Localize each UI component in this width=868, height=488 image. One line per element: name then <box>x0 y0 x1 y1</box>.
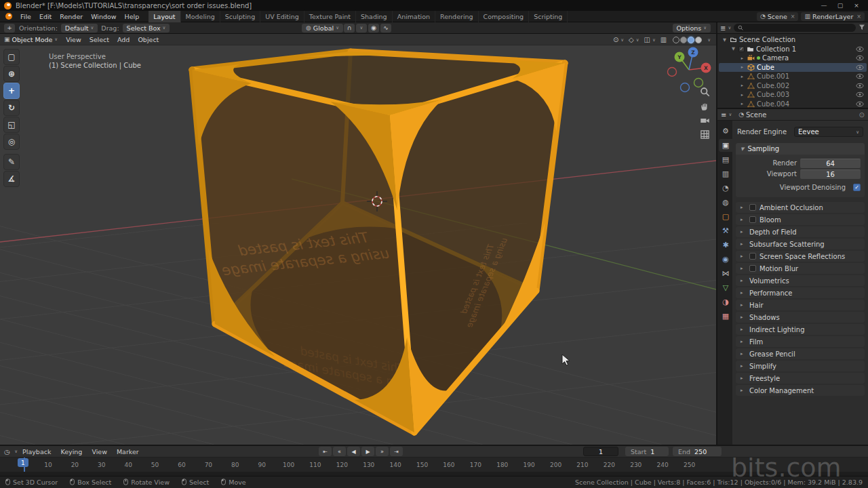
next-keyframe-button[interactable]: » <box>376 447 389 456</box>
timeline-menu-keying[interactable]: Keying <box>56 448 87 455</box>
move-tool-button[interactable]: + <box>3 83 20 99</box>
panel-freestyle[interactable]: ▸Freestyle <box>736 373 865 384</box>
orientation-dropdown[interactable]: Default ∨ <box>61 24 98 33</box>
panel-depth-of-field[interactable]: ▸Depth of Field <box>736 226 865 237</box>
panel-shadows[interactable]: ▸Shadows <box>736 312 865 323</box>
view-layer-selector[interactable]: ▥ RenderLayer × <box>801 12 865 21</box>
timeline-menu-playback[interactable]: Playback <box>18 448 56 455</box>
viewport-menu-view[interactable]: View <box>62 36 85 43</box>
outliner-row-cube-002[interactable]: ▸Cube.002 <box>719 81 867 91</box>
workspace-tab-uv-editing[interactable]: UV Editing <box>260 11 304 22</box>
visibility-eye-icon[interactable] <box>856 46 864 52</box>
snap-magnet-toggle[interactable]: ∩ <box>344 24 355 33</box>
visibility-eye-icon[interactable] <box>856 83 864 89</box>
play-reverse-button[interactable]: ◀ <box>347 447 360 456</box>
outliner-editor-icon[interactable]: ≣ <box>720 24 726 32</box>
visibility-eye-icon[interactable] <box>856 101 864 107</box>
properties-tab-constraints[interactable]: ⋈ <box>719 267 732 280</box>
panel-grease-pencil[interactable]: ▸Grease Pencil <box>736 348 865 359</box>
panel-simplify[interactable]: ▸Simplify <box>736 361 865 371</box>
menu-window[interactable]: Window <box>87 13 120 20</box>
properties-editor-icon[interactable]: ≡ <box>721 111 726 119</box>
panel-ambient-occlusion[interactable]: ▸Ambient Occlusion <box>736 202 865 213</box>
timeline-menu-view[interactable]: View <box>87 448 112 455</box>
blender-logo-icon[interactable] <box>4 12 14 20</box>
pan-hand-icon[interactable] <box>700 101 710 111</box>
snap-dropdown[interactable]: ∨ <box>356 24 367 33</box>
timeline-editor-icon[interactable]: ◷ <box>0 448 12 455</box>
pin-icon[interactable]: ⊙ <box>859 111 865 119</box>
properties-tab-particles[interactable]: ✱ <box>719 239 732 251</box>
ortho-toggle-icon[interactable] <box>700 129 710 140</box>
gizmos-toggle[interactable]: ◇∨ <box>627 36 640 43</box>
camera-view-icon[interactable] <box>700 115 710 125</box>
panel-hair[interactable]: ▸Hair <box>736 300 865 310</box>
workspace-tab-texture-paint[interactable]: Texture Paint <box>304 11 356 22</box>
scale-tool-button[interactable]: ◱ <box>3 117 20 133</box>
properties-tab-object[interactable]: ▢ <box>719 210 732 223</box>
frame-start-field[interactable]: Start 1 <box>625 447 669 456</box>
panel-subsurface-scattering[interactable]: ▸Subsurface Scattering <box>736 239 865 249</box>
panel-motion-blur[interactable]: ▸Motion Blur <box>736 263 865 274</box>
prev-keyframe-button[interactable]: « <box>333 447 346 456</box>
outliner-row-cube-003[interactable]: ▸Cube.003 <box>719 90 867 100</box>
properties-tab-output[interactable]: ▤ <box>719 153 732 166</box>
workspace-tab-layout[interactable]: Layout <box>149 11 180 22</box>
disclosure-right-icon[interactable]: ▸ <box>739 56 745 61</box>
panel-checkbox[interactable] <box>749 216 756 223</box>
disclosure-right-icon[interactable]: ▸ <box>739 92 745 98</box>
visibility-dropdown[interactable]: ⊙∨ <box>612 36 625 43</box>
properties-tab-view-layer[interactable]: ▥ <box>719 167 732 180</box>
annotate-tool-button[interactable]: ✎ <box>3 154 20 170</box>
options-dropdown[interactable]: Options ∨ <box>673 24 711 33</box>
current-frame-field[interactable]: 1 <box>583 447 618 456</box>
timeline-menu-marker[interactable]: Marker <box>112 448 144 455</box>
select-box-tool-button[interactable]: ▢ <box>3 49 20 65</box>
properties-tab-texture[interactable]: ▦ <box>719 310 732 323</box>
title-bar[interactable]: Blender* [F:\Models\TUTORIALS\transparen… <box>0 0 868 11</box>
workspace-tab-scripting[interactable]: Scripting <box>529 11 568 22</box>
shading-material-button[interactable] <box>688 37 694 43</box>
outliner-search-input[interactable] <box>734 24 856 32</box>
viewport-denoising-checkbox[interactable]: ✓ <box>853 184 861 191</box>
unlink-view-layer-icon[interactable]: × <box>856 14 861 20</box>
shading-dropdown[interactable]: ∨ <box>704 37 712 43</box>
panel-checkbox[interactable] <box>749 265 756 272</box>
xray-toggle[interactable]: ▥ <box>659 36 668 43</box>
panel-film[interactable]: ▸Film <box>736 336 865 347</box>
transform-orientation-dropdown[interactable]: ◍ Global ∨ <box>302 24 343 33</box>
disclosure-right-icon[interactable]: ▸ <box>739 83 745 88</box>
properties-tab-tool[interactable]: ⚙ <box>719 125 732 138</box>
mode-dropdown[interactable]: ▣ Object Mode ∨ <box>0 36 62 43</box>
visibility-eye-icon[interactable] <box>856 73 864 79</box>
visibility-eye-icon[interactable] <box>856 92 864 98</box>
disclosure-right-icon[interactable]: ▸ <box>739 74 745 79</box>
unlink-scene-icon[interactable]: × <box>791 14 795 20</box>
panel-bloom[interactable]: ▸Bloom <box>736 214 865 225</box>
measure-tool-button[interactable]: ∡ <box>3 171 20 187</box>
workspace-tab-modeling[interactable]: Modeling <box>181 11 220 22</box>
3d-viewport[interactable]: ▣ Object Mode ∨ View Select Add Object ⊙… <box>0 34 716 445</box>
disclosure-down-icon[interactable]: ▼ <box>730 46 736 52</box>
workspace-tab-animation[interactable]: Animation <box>393 11 435 22</box>
maximize-button[interactable]: ▢ <box>833 1 848 10</box>
proportional-falloff-dropdown[interactable]: ∿ <box>380 24 391 33</box>
panel-checkbox[interactable] <box>749 253 756 260</box>
jump-to-end-button[interactable]: ⇥ <box>390 447 403 456</box>
transform-tool-button[interactable]: ◎ <box>3 134 20 150</box>
cursor-tool-button[interactable]: ⊕ <box>3 66 20 82</box>
panel-screen-space-reflections[interactable]: ▸Screen Space Reflections <box>736 251 865 262</box>
menu-render[interactable]: Render <box>56 13 87 20</box>
workspace-tab-rendering[interactable]: Rendering <box>435 11 479 22</box>
workspace-tab-shading[interactable]: Shading <box>356 11 393 22</box>
workspace-tab-compositing[interactable]: Compositing <box>479 11 530 22</box>
outliner-row-cube-004[interactable]: ▸Cube.004 <box>719 100 867 109</box>
drag-dropdown[interactable]: Select Box ∨ <box>123 24 170 33</box>
timeline-ruler[interactable]: 1 10203040506070809010011012013014015016… <box>0 458 868 476</box>
render-engine-dropdown[interactable]: Eevee ∨ <box>794 127 863 137</box>
shading-solid-button[interactable] <box>680 37 687 43</box>
shading-rendered-button[interactable] <box>695 37 702 43</box>
viewport-samples-field[interactable]: 16 <box>800 169 861 179</box>
jump-to-start-button[interactable]: ⇤ <box>319 447 332 456</box>
menu-file[interactable]: File <box>16 13 35 20</box>
